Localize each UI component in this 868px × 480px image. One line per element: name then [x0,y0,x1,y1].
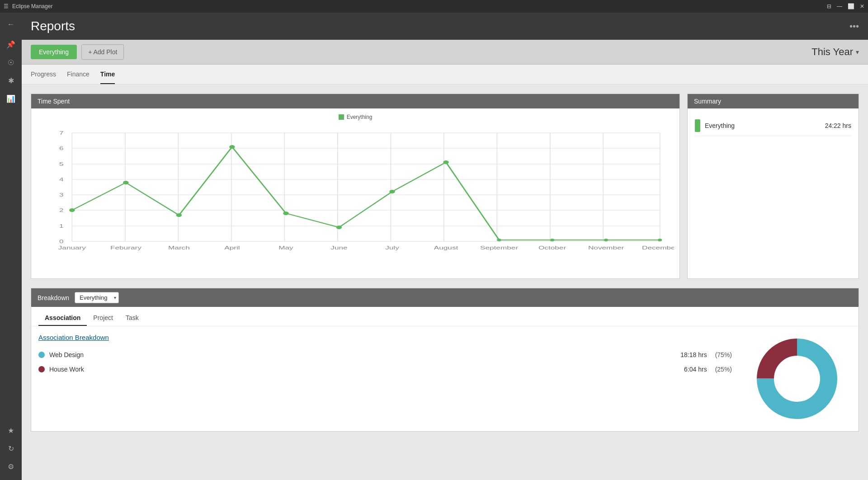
main-wrapper: Reports ••• Everything + Add Plot This Y… [22,13,868,480]
breakdown-donut-chart [743,334,851,424]
everything-button[interactable]: Everything [31,45,77,59]
breakdown-body: Association Breakdown Web Design 18:18 h… [31,326,859,431]
breakdown-table: Association Breakdown Web Design 18:18 h… [38,334,732,424]
legend-label: Everything [347,114,373,120]
breakdown-tab-project[interactable]: Project [87,311,119,326]
svg-point-44 [283,212,289,215]
time-period-button[interactable]: This Year [811,46,853,58]
svg-text:September: September [480,245,518,250]
summary-card: Summary Everything 24:22 hrs [687,94,859,279]
tab-time[interactable]: Time [100,65,115,84]
assoc-time-webdesign: 18:18 hrs [680,351,707,358]
svg-text:7: 7 [59,130,64,136]
summary-label: Everything [705,122,821,129]
breakdown-tab-task[interactable]: Task [119,311,145,326]
tab-progress[interactable]: Progress [31,65,56,84]
svg-text:Feburary: Feburary [110,245,142,250]
minimize-btn[interactable]: — [837,3,842,9]
svg-point-48 [497,239,501,241]
svg-text:May: May [278,245,293,250]
breakdown-header: Breakdown Everything ▾ [31,288,859,307]
svg-point-45 [336,226,342,229]
svg-text:January: January [58,245,86,250]
refresh-icon[interactable]: ↻ [3,440,19,456]
hamburger-icon[interactable]: ☰ [4,3,9,9]
summary-color-dot [695,119,700,132]
svg-text:July: July [385,245,400,250]
svg-text:December: December [642,245,674,250]
header: Reports ••• [22,13,868,40]
back-icon[interactable]: ← [3,16,19,33]
sidebar: ← 📌 ☉ ✱ 📊 ★ ↻ ⚙ [0,0,22,480]
svg-point-54 [774,356,820,401]
line-chart-svg: .grid-line { stroke: #e0e0e0; stroke-wid… [37,124,674,259]
time-period-dropdown-arrow[interactable]: ▾ [856,48,859,56]
toolbar: Everything + Add Plot This Year ▾ [22,40,868,65]
breakdown-tab-association[interactable]: Association [38,311,87,326]
svg-point-46 [389,190,395,193]
summary-body: Everything 24:22 hrs [688,108,859,143]
svg-text:August: August [434,245,458,250]
chart-legend: Everything [37,114,674,120]
svg-point-41 [123,181,129,184]
title-bar: ☰ Eclipse Manager ⊟ — ⬜ ✕ [0,0,868,13]
app-title: Eclipse Manager [12,3,52,9]
chart-icon[interactable]: 📊 [3,90,19,107]
svg-point-50 [604,239,608,241]
summary-row: Everything 24:22 hrs [695,116,851,136]
add-plot-button[interactable]: + Add Plot [81,44,124,60]
association-breakdown-title[interactable]: Association Breakdown [38,334,732,341]
assoc-label-webdesign: Web Design [49,351,676,358]
breakdown-card: Breakdown Everything ▾ Association Proje… [31,288,859,432]
svg-point-43 [229,145,235,149]
svg-text:2: 2 [59,207,64,213]
svg-point-42 [176,213,182,217]
assoc-pct-webdesign: (75%) [715,351,732,358]
donut-chart-svg [752,334,842,424]
more-menu-icon[interactable]: ••• [849,21,859,32]
assoc-row-webdesign: Web Design 18:18 hrs (75%) [38,348,732,362]
svg-point-51 [658,239,662,241]
assoc-dot-webdesign [38,352,45,358]
settings-icon[interactable]: ⚙ [3,458,19,475]
charts-row: Time Spent Everything .grid-line { strok… [31,94,859,279]
maximize-btn[interactable]: ⬜ [848,3,854,9]
assoc-dot-housework [38,366,45,372]
star-icon[interactable]: ★ [3,422,19,438]
breakdown-select[interactable]: Everything [75,292,119,303]
svg-text:0: 0 [59,239,64,244]
svg-text:June: June [330,245,347,250]
assoc-row-housework: House Work 6:04 hrs (25%) [38,362,732,376]
summary-header: Summary [688,94,859,108]
pin-icon[interactable]: 📌 [3,36,19,52]
breakdown-title: Breakdown [38,294,69,301]
svg-text:November: November [588,245,624,250]
breakdown-select-wrapper[interactable]: Everything ▾ [75,292,119,303]
svg-text:October: October [538,245,566,250]
legend-color-dot [339,114,344,120]
assoc-time-housework: 6:04 hrs [684,366,707,373]
svg-text:April: April [224,245,240,250]
svg-point-47 [443,160,449,164]
tab-finance[interactable]: Finance [67,65,90,84]
time-spent-card: Time Spent Everything .grid-line { strok… [31,94,680,279]
svg-point-40 [69,208,75,212]
svg-text:6: 6 [59,146,64,151]
time-spent-header: Time Spent [31,94,679,108]
close-btn[interactable]: ✕ [860,3,864,9]
svg-text:1: 1 [59,223,64,229]
breakdown-tabs: Association Project Task [31,307,859,326]
svg-text:March: March [168,245,190,250]
svg-point-49 [550,239,554,241]
svg-text:3: 3 [59,192,64,198]
summary-value: 24:22 hrs [825,122,851,129]
svg-text:4: 4 [59,177,64,182]
time-spent-body: Everything .grid-line { stroke: #e0e0e0;… [31,108,679,278]
content-area: Time Spent Everything .grid-line { strok… [22,85,868,480]
target-icon[interactable]: ☉ [3,54,19,71]
bookmark-icon[interactable]: ✱ [3,72,19,89]
pin-window-btn[interactable]: ⊟ [827,3,831,9]
line-chart-container: .grid-line { stroke: #e0e0e0; stroke-wid… [37,124,674,273]
page-title: Reports [31,19,75,33]
svg-text:5: 5 [59,161,64,167]
